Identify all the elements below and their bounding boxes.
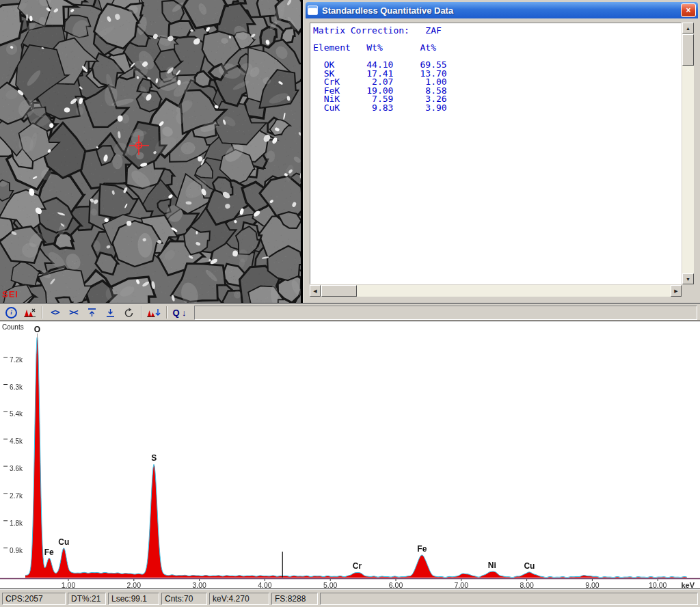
scroll-left-button[interactable]: ◀ [310, 285, 321, 297]
toolbar-readout-field [194, 306, 697, 320]
expand-vertical-icon [87, 308, 97, 318]
quant-button[interactable]: Q ↓ [170, 305, 189, 321]
expand-horizontal-button[interactable]: <> [46, 305, 64, 321]
peak-id-button[interactable] [145, 305, 163, 321]
expand-horizontal-icon: <> [51, 308, 59, 317]
detector-label: SEI [2, 289, 18, 299]
vertical-scroll-thumb[interactable] [682, 34, 694, 66]
status-kev: keV:4.270 [209, 593, 269, 605]
info-icon: i [5, 307, 17, 319]
status-cnts: Cnts:70 [161, 593, 207, 605]
status-dtpct: DT%:21 [68, 593, 106, 605]
status-fs: FS:8288 [271, 593, 318, 605]
right-arrow-icon: ▶ [674, 288, 677, 294]
compress-vertical-button[interactable] [101, 305, 120, 321]
application-window: SEI Standardless Quantitative Data × Mat… [0, 0, 700, 607]
peak-id-icon [147, 308, 161, 318]
window-title: Standardless Quantitative Data [322, 5, 681, 16]
horizontal-scrollbar[interactable]: ◀ ▶ [310, 285, 682, 297]
compress-horizontal-button[interactable]: >< [64, 305, 83, 321]
status-cps: CPS:2057 [2, 593, 66, 605]
scroll-right-button[interactable]: ▶ [671, 285, 682, 297]
window-client-area: Matrix Correction: ZAF Element Wt% At% O… [306, 23, 698, 301]
down-arrow-icon: ▼ [686, 277, 690, 282]
toolbar-separator [141, 306, 142, 319]
spectrum-setup-icon [24, 308, 36, 318]
status-lsec: Lsec:99.1 [108, 593, 159, 605]
spectrum-panel [0, 321, 700, 589]
vertical-scrollbar[interactable]: ▲ ▼ [682, 23, 694, 284]
expand-vertical-button[interactable] [83, 305, 101, 321]
scroll-up-button[interactable]: ▲ [682, 23, 694, 33]
quant-icon: Q ↓ [172, 308, 186, 318]
quant-results-text-area[interactable]: Matrix Correction: ZAF Element Wt% At% O… [310, 23, 682, 284]
sem-micrograph[interactable] [0, 0, 301, 303]
toolbar-separator [166, 306, 167, 319]
close-button[interactable]: × [681, 3, 696, 17]
up-arrow-icon: ▲ [686, 26, 690, 31]
quant-results-text: Matrix Correction: ZAF Element Wt% At% O… [313, 27, 679, 112]
spectrum-toolbar: i<>><Q ↓ [0, 304, 700, 321]
compress-vertical-icon [105, 308, 116, 318]
reset-zoom-button[interactable] [120, 305, 138, 321]
window-icon [308, 5, 318, 15]
quant-results-window: Standardless Quantitative Data × Matrix … [303, 0, 700, 303]
toolbar-separator [42, 306, 43, 319]
status-bar: CPS:2057DT%:21Lsec:99.1Cnts:70keV:4.270F… [0, 589, 700, 607]
window-titlebar[interactable]: Standardless Quantitative Data × [306, 2, 698, 18]
compress-horizontal-icon: >< [69, 308, 77, 317]
scroll-down-button[interactable]: ▼ [682, 273, 694, 284]
horizontal-scroll-thumb[interactable] [321, 285, 357, 297]
left-arrow-icon: ◀ [313, 288, 317, 294]
spectrum-setup-button[interactable] [21, 305, 39, 321]
info-button[interactable]: i [2, 305, 21, 321]
sem-image-panel: SEI [0, 0, 301, 303]
reset-zoom-icon [124, 308, 134, 318]
status-filler [320, 593, 698, 605]
eds-spectrum-chart[interactable] [0, 321, 700, 589]
